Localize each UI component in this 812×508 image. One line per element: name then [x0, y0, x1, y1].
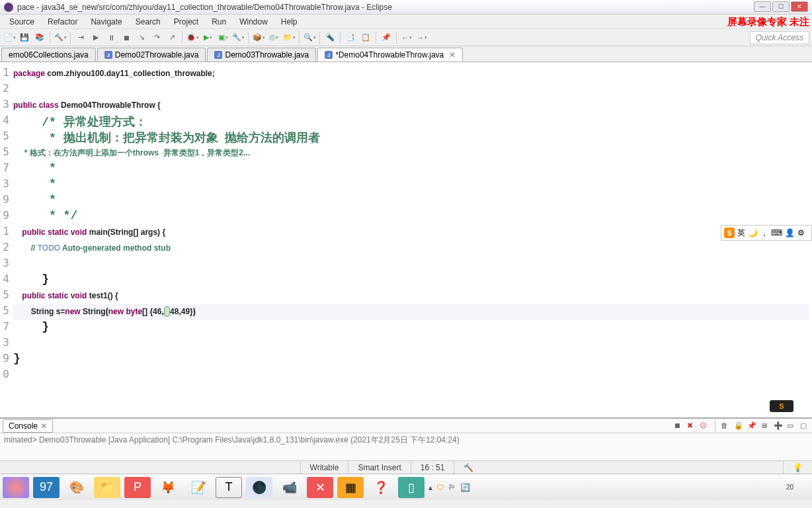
keyboard-icon[interactable]: ⌨ — [771, 228, 782, 237]
console-tab[interactable]: Console✕ — [3, 419, 53, 433]
minimize-button[interactable]: — — [754, 1, 771, 12]
tray-up-icon[interactable]: ▴ — [428, 483, 432, 492]
close-icon[interactable]: ✕ — [40, 421, 47, 431]
separator — [248, 32, 249, 44]
taskbar-notes-icon[interactable]: 📝 — [185, 477, 212, 498]
resume-icon[interactable]: ▶ — [89, 31, 102, 44]
taskbar-firefox-icon[interactable]: 🦊 — [155, 477, 181, 498]
forward-icon[interactable]: → — [415, 31, 428, 44]
start-button[interactable] — [3, 477, 29, 498]
line-number: 5 — [0, 304, 11, 320]
new-icon[interactable]: 📄 — [3, 31, 16, 44]
search-icon[interactable]: 🔦 — [323, 31, 337, 44]
taskbar-app-green[interactable]: ▯ — [398, 477, 425, 498]
menu-refactor[interactable]: Refactor — [41, 16, 84, 28]
maximize-button[interactable]: ☐ — [772, 1, 790, 12]
run-icon[interactable]: ▶ — [201, 31, 214, 44]
new-package-icon[interactable]: 📁 — [282, 31, 296, 44]
code-line: * 抛出机制：把异常封装为对象 抛给方法的调用者 — [13, 130, 809, 146]
taskbar-camera-icon[interactable]: 📹 — [276, 477, 303, 498]
moon-icon[interactable]: 🌙 — [748, 228, 758, 237]
code-line: package com.zhiyou100.day11_collection_t… — [13, 66, 809, 82]
debug-icon[interactable]: 🐞 — [186, 31, 199, 44]
tab-label: *Demo04ThrowableThrow.java — [335, 50, 444, 60]
taskbar-text-icon[interactable]: T — [216, 477, 242, 498]
new-java-icon[interactable]: 📦 — [252, 31, 265, 44]
tab-demo03[interactable]: JDemo03Throwable.java — [207, 48, 316, 62]
quick-access[interactable]: Quick Access — [750, 31, 809, 44]
ime-panel[interactable]: S 英 🌙 ， ⌨ 👤 ⚙ — [721, 225, 812, 241]
ime-lang[interactable]: 英 — [737, 228, 745, 239]
code-area[interactable]: package com.zhiyou100.day11_collection_t… — [11, 62, 812, 417]
scroll-lock-icon[interactable]: 🔒 — [734, 421, 743, 431]
close-tab-icon[interactable]: ✕ — [449, 50, 456, 60]
build-icon[interactable]: 🔨 — [54, 31, 67, 44]
step-over-icon[interactable]: ↷ — [150, 31, 163, 44]
line-number: 3 — [0, 177, 11, 193]
new-class-icon[interactable]: © — [267, 31, 280, 44]
code-editor[interactable]: 1 2 3 4 5 5 7 3 9 9 1 2 3 4 5 5 7 3 9 0 … — [0, 62, 812, 418]
menu-help[interactable]: Help — [274, 16, 304, 28]
sogou-icon: S — [724, 228, 735, 238]
status-build-icon[interactable]: 🔨 — [454, 461, 483, 474]
status-insert: Smart Insert — [348, 461, 410, 474]
pin-icon[interactable]: 📌 — [380, 31, 393, 44]
open-type-icon[interactable]: 🔍 — [303, 31, 316, 44]
tab-demo06[interactable]: emo06Collections.java — [1, 48, 96, 62]
terminate-icon[interactable]: ⏹ — [120, 31, 133, 44]
remove-all-icon[interactable]: ⛒ — [700, 421, 710, 431]
pin-console-icon[interactable]: 📌 — [747, 421, 756, 431]
tray-flag-icon[interactable]: 🏳 — [448, 483, 456, 492]
taskbar-help-icon[interactable]: ❓ — [368, 477, 394, 498]
coverage-icon[interactable]: ▣ — [216, 31, 229, 44]
save-icon[interactable]: 💾 — [18, 31, 31, 44]
taskbar-pdf-icon[interactable]: P — [124, 477, 151, 498]
line-number: 1 — [0, 225, 11, 241]
back-icon[interactable]: ← — [400, 31, 413, 44]
taskbar-paint-icon[interactable]: 🎨 — [63, 477, 90, 498]
display-icon[interactable]: 🖥 — [760, 421, 770, 431]
toggle-mark-icon[interactable]: 📑 — [344, 31, 357, 44]
task-icon[interactable]: 📋 — [359, 31, 372, 44]
menu-project[interactable]: Project — [167, 16, 205, 28]
tip-icon[interactable]: 💡 — [783, 461, 812, 474]
line-number: 5 — [0, 146, 11, 161]
terminate-icon[interactable]: ⏹ — [674, 421, 683, 431]
settings-icon[interactable]: ⚙ — [797, 228, 805, 237]
comma-icon[interactable]: ， — [760, 228, 768, 239]
menu-search[interactable]: Search — [129, 16, 167, 28]
menu-source[interactable]: Source — [3, 16, 41, 28]
max-icon[interactable]: ▢ — [800, 421, 809, 431]
step-return-icon[interactable]: ↗ — [165, 31, 179, 44]
status-writable: Writable — [300, 461, 348, 474]
line-gutter: 1 2 3 4 5 5 7 3 9 9 1 2 3 4 5 5 7 3 9 0 — [0, 62, 11, 417]
user-icon[interactable]: 👤 — [785, 228, 795, 237]
tab-demo02[interactable]: JDemo02Throwable.java — [97, 48, 206, 62]
line-number: 9 — [0, 352, 11, 368]
clear-icon[interactable]: 🗑 — [721, 421, 730, 431]
taskbar-close-icon[interactable]: ✕ — [307, 477, 333, 498]
taskbar-app-1[interactable]: 97 — [33, 477, 60, 498]
step-into-icon[interactable]: ↘ — [135, 31, 148, 44]
skip-breakpoints-icon[interactable]: ⇥ — [74, 31, 87, 44]
menu-run[interactable]: Run — [205, 16, 233, 28]
remove-icon[interactable]: ✖ — [687, 421, 696, 431]
menu-window[interactable]: Window — [233, 16, 274, 28]
tray-shield-icon[interactable]: 🛡 — [436, 483, 444, 492]
tray-sync-icon[interactable]: 🔄 — [460, 483, 470, 492]
taskbar-app-orange[interactable]: ▦ — [337, 477, 364, 498]
external-tools-icon[interactable]: 🔧 — [231, 31, 245, 44]
min-icon[interactable]: ▭ — [787, 421, 796, 431]
taskbar-eclipse-icon[interactable]: 🌑 — [246, 477, 272, 498]
save-all-icon[interactable]: 📚 — [33, 31, 46, 44]
tab-label: Demo03Throwable.java — [225, 50, 309, 60]
open-console-icon[interactable]: ➕ — [774, 421, 783, 431]
suspend-icon[interactable]: ⏸ — [104, 31, 118, 44]
close-button[interactable]: ✕ — [791, 1, 808, 12]
taskbar-clock[interactable]: 20 — [786, 484, 809, 491]
line-number: 5 — [0, 130, 11, 146]
taskbar-explorer-icon[interactable]: 📁 — [94, 477, 120, 498]
separator — [50, 32, 50, 44]
menu-navigate[interactable]: Navigate — [84, 16, 128, 28]
tab-demo04[interactable]: J*Demo04ThrowableThrow.java✕ — [317, 48, 463, 62]
